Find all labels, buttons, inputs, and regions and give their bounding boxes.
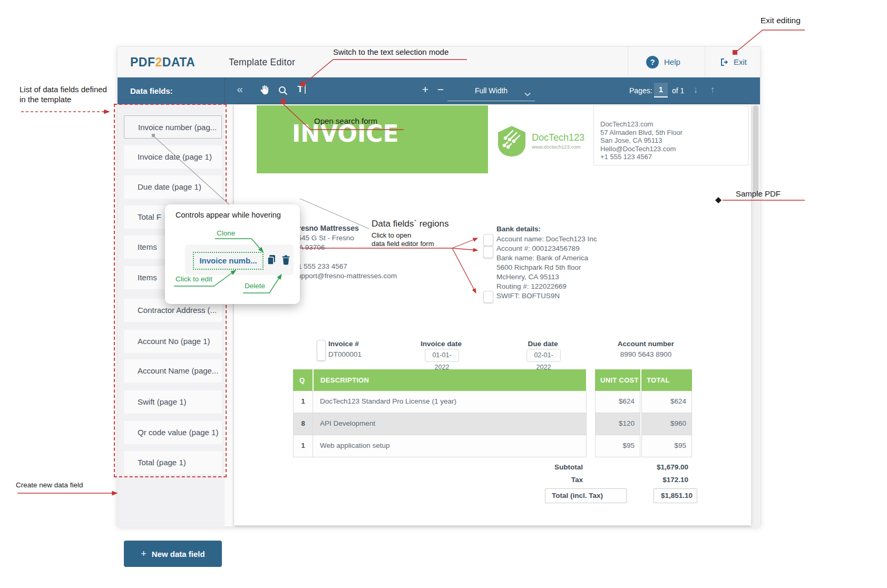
table-row: 1 Web application setup <box>293 435 587 457</box>
page-down-button[interactable]: ↓ <box>690 84 701 95</box>
row-total: $624 <box>641 391 692 413</box>
sidebar-item-invoice-date[interactable]: Invoice date (page 1) <box>124 145 222 169</box>
annotation-regions-line2: data field editor form <box>372 240 434 248</box>
clone-icon[interactable] <box>266 254 277 268</box>
delete-icon[interactable] <box>281 254 291 268</box>
invoice-no-label: Invoice # <box>328 340 359 348</box>
row-description: DocTech123 Standard Pro License (1 year) <box>313 391 586 413</box>
client-address-1: 1545 G St - Fresno <box>294 234 354 242</box>
popup-field-label[interactable]: Invoice numb... <box>193 252 264 270</box>
annotation-regions-line1: Click to open <box>372 231 411 240</box>
toolbar-divider <box>225 77 225 104</box>
table-header-description: DESCRIPTION <box>314 369 586 391</box>
table-header-q: Q <box>293 369 313 391</box>
sidebar-item-qr-code-value[interactable]: Qr code value (page 1) <box>124 421 222 444</box>
subtotal-label: Subtotal <box>496 463 583 471</box>
annotation-clone: Clone <box>217 229 235 237</box>
app-logo: PDF2DATA <box>130 55 195 70</box>
row-unit-cost: $95 <box>595 435 640 457</box>
invoice-no-value: DT000001 <box>328 350 362 358</box>
data-field-region-swift[interactable] <box>483 291 493 303</box>
annotation-sample-pdf: Sample PDF <box>736 189 781 199</box>
annotation-exit-editing: Exit editing <box>761 15 801 25</box>
client-name: Fresno Mattresses <box>294 224 359 232</box>
grand-total-value: $1,851.10 <box>654 488 697 503</box>
toolbar: Data fields: « T + − Full Width Pages: o… <box>118 77 760 104</box>
sidebar-item-invoice-number[interactable]: Invoice number (pag... <box>124 115 222 139</box>
exit-button[interactable]: Exit <box>734 57 747 66</box>
client-phone: +1 555 233 4567 <box>294 262 347 270</box>
subtotal-value: $1,679.00 <box>613 463 688 471</box>
annotation-switch-mode: Switch to the text selection mode <box>333 47 449 57</box>
data-field-region-invoice-number[interactable] <box>317 340 326 361</box>
due-date-value[interactable]: 02-01-2022 <box>527 349 561 362</box>
zoom-mode-select[interactable]: Full Width <box>447 81 535 101</box>
row-description: API Development <box>313 413 586 435</box>
help-icon[interactable]: ? <box>646 56 659 68</box>
invoice-banner: INVOICE <box>257 105 488 173</box>
popup-title: Controls appear while hovering <box>176 211 281 219</box>
company-address-box: DocTech123.com 57 Almaden Blvd, 5th Floo… <box>593 105 749 165</box>
sidebar-item-swift[interactable]: Swift (page 1) <box>124 390 222 414</box>
annotation-field-list-line1: List of data fields defined <box>20 85 107 95</box>
due-date-label: Due date <box>511 340 574 348</box>
bank-line: Routing #: 122022669 <box>496 282 597 291</box>
logo-part-data: DATA <box>162 55 195 69</box>
logo-part-2: 2 <box>155 55 162 69</box>
zoom-out-button[interactable]: − <box>434 83 447 96</box>
text-select-tool-icon[interactable]: T <box>295 84 308 95</box>
data-field-region-account-name[interactable] <box>483 234 493 246</box>
collapse-sidebar-button[interactable]: « <box>232 83 247 95</box>
bank-line: Account name: DocTech123 Inc <box>496 234 597 244</box>
sidebar-item-due-date[interactable]: Due date (page 1) <box>124 175 222 199</box>
sidebar-item-account-name[interactable]: Account Name (page... <box>124 359 222 383</box>
pages-total: of 1 <box>672 86 684 95</box>
account-number-value: 8990 5643 8900 <box>611 350 681 358</box>
chevron-down-icon <box>524 89 531 99</box>
address-line: DocTech123.com <box>600 120 748 129</box>
row-description: Web application setup <box>313 435 586 457</box>
header-divider <box>628 47 628 77</box>
pan-tool-icon[interactable] <box>258 84 270 98</box>
annotation-field-list-line2: in the template <box>20 95 71 105</box>
address-line: +1 555 123 4567 <box>600 153 748 161</box>
header-divider <box>705 47 705 77</box>
table-row: 8 API Development <box>293 413 587 435</box>
tax-label: Tax <box>496 476 583 484</box>
bank-line: Bank name: Bank of America <box>496 253 597 263</box>
row-qty: 1 <box>294 435 313 457</box>
bank-line: McHenry, CA 95113 <box>496 272 597 282</box>
annotation-delete: Delete <box>245 282 265 290</box>
new-data-field-button[interactable]: +New data field <box>124 541 222 567</box>
company-website: www.doctech123.com <box>532 144 580 150</box>
screenshot-canvas: PDF2DATA Template Editor ? Help Exit Dat… <box>0 0 887 588</box>
scrollbar-thumb[interactable] <box>753 105 758 195</box>
sidebar-item-total[interactable]: Total (page 1) <box>124 451 222 474</box>
table-row: 1 DocTech123 Standard Pro License (1 yea… <box>293 391 587 413</box>
data-field-region-account-no[interactable] <box>483 246 493 258</box>
help-button[interactable]: Help <box>664 57 680 66</box>
annotation-click-to-edit: Click to edit <box>176 275 212 283</box>
invoice-date-label: Invoice date <box>410 340 473 348</box>
row-unit-cost: $624 <box>595 391 640 413</box>
row-total: $960 <box>641 413 692 435</box>
annotation-open-search: Open search form <box>314 116 377 126</box>
plus-icon: + <box>141 548 147 559</box>
annotation-create-field: Create new data field <box>16 481 83 490</box>
invoice-date-value[interactable]: 01-01-2022 <box>425 349 459 362</box>
hover-controls-popup: Controls appear while hovering Invoice n… <box>165 204 300 304</box>
sidebar-item-account-no[interactable]: Account No (page 1) <box>124 330 222 353</box>
client-email: support@fresno-mattresses.com <box>294 272 397 280</box>
data-fields-sidebar: Invoice number (pag... Invoice date (pag… <box>118 104 225 527</box>
address-line: Hello@DocTech123.com <box>600 145 748 153</box>
row-qty: 8 <box>294 413 313 435</box>
page-number-input[interactable] <box>654 83 668 97</box>
zoom-in-button[interactable]: + <box>418 83 432 96</box>
exit-icon[interactable] <box>719 57 729 67</box>
viewer-scrollbar[interactable] <box>752 104 759 527</box>
search-tool-icon[interactable] <box>277 85 289 98</box>
page-up-button[interactable]: ↑ <box>707 84 718 95</box>
bank-details-lines: Account name: DocTech123 Inc Account #: … <box>496 234 597 301</box>
bank-line: 5600 Richpark Rd 5th floor <box>496 263 597 272</box>
page-title: Template Editor <box>229 57 295 68</box>
